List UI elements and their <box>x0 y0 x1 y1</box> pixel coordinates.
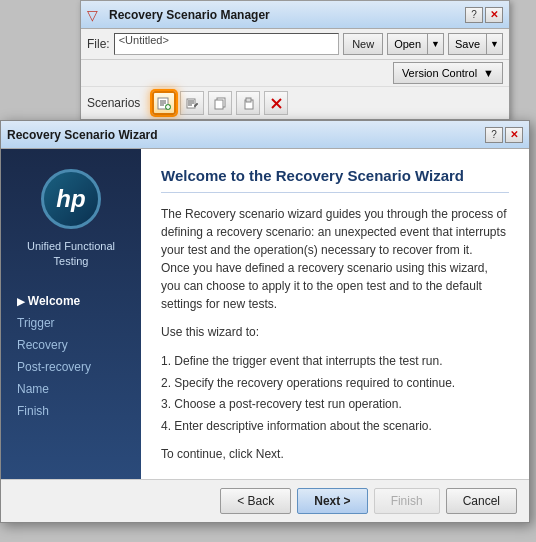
wizard-titlebar: Recovery Scenario Wizard ? ✕ <box>1 121 529 149</box>
file-field[interactable]: <Untitled> <box>114 33 339 55</box>
new-scenario-button[interactable] <box>152 91 176 115</box>
paste-scenario-icon <box>242 97 255 110</box>
wizard-title: Recovery Scenario Wizard <box>7 128 485 142</box>
finish-button[interactable]: Finish <box>374 488 440 514</box>
wizard-navigation: Welcome Trigger Recovery Post-recovery N… <box>1 290 141 422</box>
wizard-button-row: < Back Next > Finish Cancel <box>1 479 529 522</box>
hp-logo: hp <box>41 169 101 229</box>
open-button-split[interactable]: Open ▼ <box>387 33 444 55</box>
copy-scenario-button[interactable] <box>208 91 232 115</box>
wizard-step-2: 2. Specify the recovery operations requi… <box>161 373 509 395</box>
wizard-sidebar: hp Unified Functional Testing Welcome Tr… <box>1 149 141 479</box>
nav-item-recovery[interactable]: Recovery <box>9 334 133 356</box>
open-dropdown-arrow[interactable]: ▼ <box>428 34 443 54</box>
scenarios-label: Scenarios <box>87 96 140 110</box>
new-scenario-icon <box>157 96 171 110</box>
product-name: Unified Functional Testing <box>1 239 141 270</box>
manager-window: ▽ Recovery Scenario Manager ? ✕ File: <U… <box>80 0 510 120</box>
hp-logo-text: hp <box>56 185 85 213</box>
wizard-steps-list: 1. Define the trigger event that interru… <box>161 351 509 437</box>
nav-item-trigger[interactable]: Trigger <box>9 312 133 334</box>
open-button-label[interactable]: Open <box>388 34 428 54</box>
wizard-dialog: Recovery Scenario Wizard ? ✕ hp Unified … <box>0 120 530 523</box>
version-control-label: Version Control <box>402 67 477 79</box>
wizard-step-4: 4. Enter descriptive information about t… <box>161 416 509 438</box>
nav-item-name[interactable]: Name <box>9 378 133 400</box>
manager-title: Recovery Scenario Manager <box>109 8 465 22</box>
svg-rect-12 <box>215 100 223 109</box>
wizard-body: hp Unified Functional Testing Welcome Tr… <box>1 149 529 479</box>
new-button[interactable]: New <box>343 33 383 55</box>
manager-icon: ▽ <box>87 7 103 23</box>
version-control-button[interactable]: Version Control ▼ <box>393 62 503 84</box>
paste-scenario-button[interactable] <box>236 91 260 115</box>
wizard-use-title: Use this wizard to: <box>161 323 509 341</box>
wizard-continue-text: To continue, click Next. <box>161 447 509 461</box>
version-control-arrow: ▼ <box>483 67 494 79</box>
save-button-split[interactable]: Save ▼ <box>448 33 503 55</box>
manager-help-btn[interactable]: ? <box>465 7 483 23</box>
nav-item-welcome[interactable]: Welcome <box>9 290 133 312</box>
file-label: File: <box>87 37 110 51</box>
scenarios-row: Scenarios <box>81 86 509 119</box>
wizard-close-btn[interactable]: ✕ <box>505 127 523 143</box>
wizard-step-3: 3. Choose a post-recovery test run opera… <box>161 394 509 416</box>
nav-item-post-recovery[interactable]: Post-recovery <box>9 356 133 378</box>
wizard-intro-text: The Recovery scenario wizard guides you … <box>161 205 509 313</box>
next-button[interactable]: Next > <box>297 488 367 514</box>
manager-close-btn[interactable]: ✕ <box>485 7 503 23</box>
delete-scenario-icon <box>270 97 283 110</box>
version-row: Version Control ▼ <box>81 60 509 86</box>
manager-titlebar: ▽ Recovery Scenario Manager ? ✕ <box>81 1 509 29</box>
edit-scenario-button[interactable] <box>180 91 204 115</box>
back-button[interactable]: < Back <box>220 488 291 514</box>
wizard-content: Welcome to the Recovery Scenario Wizard … <box>141 149 529 479</box>
wizard-titlebar-buttons: ? ✕ <box>485 127 523 143</box>
wizard-help-btn[interactable]: ? <box>485 127 503 143</box>
cancel-button[interactable]: Cancel <box>446 488 517 514</box>
edit-scenario-icon <box>186 97 199 110</box>
nav-item-finish[interactable]: Finish <box>9 400 133 422</box>
wizard-heading: Welcome to the Recovery Scenario Wizard <box>161 167 509 193</box>
manager-file-toolbar: File: <Untitled> New Open ▼ Save ▼ <box>81 29 509 60</box>
copy-scenario-icon <box>214 97 227 110</box>
svg-rect-14 <box>246 98 251 102</box>
wizard-step-1: 1. Define the trigger event that interru… <box>161 351 509 373</box>
save-button-label[interactable]: Save <box>449 34 487 54</box>
save-dropdown-arrow[interactable]: ▼ <box>487 34 502 54</box>
manager-titlebar-buttons: ? ✕ <box>465 7 503 23</box>
delete-scenario-button[interactable] <box>264 91 288 115</box>
